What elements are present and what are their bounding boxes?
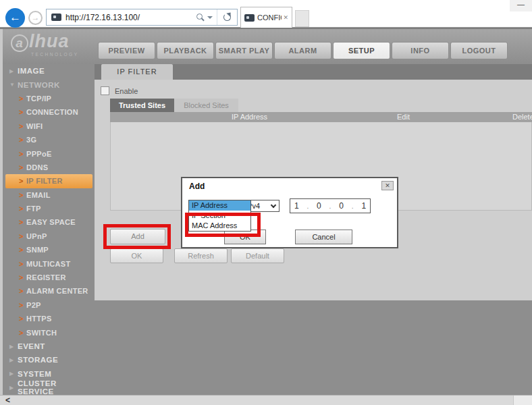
collapsed-triangle-icon: ▶	[9, 357, 18, 363]
nav-tab-logout[interactable]: LOGOUT	[450, 42, 508, 59]
expanded-triangle-icon: ▼	[9, 82, 18, 88]
sidebar-item-cluster-service[interactable]: ▶CLUSTER SERVICE	[0, 381, 95, 394]
ip-octet-4[interactable]: 1	[361, 201, 366, 211]
nav-tab-playback[interactable]: PLAYBACK	[157, 42, 214, 59]
sidebar-item-label: MULTICAST	[26, 260, 70, 268]
sidebar-item-p2p[interactable]: >P2P	[0, 298, 95, 312]
tab-title: CONFIG	[257, 14, 282, 22]
sidebar-item-network[interactable]: ▼NETWORK	[0, 78, 95, 91]
top-nav: PREVIEW PLAYBACK SMART PLAY ALARM SETUP …	[98, 42, 508, 59]
horizontal-scrollbar[interactable]: <	[0, 395, 532, 405]
sidebar-item-label: ALARM CENTER	[26, 287, 88, 295]
sidebar-item-3g[interactable]: >3G	[0, 133, 95, 146]
nav-tab-info[interactable]: INFO	[392, 42, 449, 59]
nav-tab-smart-play[interactable]: SMART PLAY	[215, 42, 273, 59]
dropdown-option-ip-section[interactable]: IP Section	[189, 211, 250, 221]
ip-address-input[interactable]: 1 . 0 . 0 . 1	[290, 198, 371, 213]
sub-arrow-icon: >	[19, 329, 26, 337]
ip-octet-2[interactable]: 0	[317, 201, 321, 211]
sidebar-item-upnp[interactable]: >UPnP	[0, 230, 95, 243]
sidebar-item-pppoe[interactable]: >PPPoE	[0, 146, 95, 160]
sidebar-item-snmp[interactable]: >SNMP	[0, 243, 95, 256]
sidebar-item-alarm-center[interactable]: >ALARM CENTER	[0, 284, 95, 298]
sidebar-item-easy-space[interactable]: >EASY SPACE	[0, 215, 95, 229]
scroll-left-icon[interactable]: <	[5, 396, 10, 405]
sidebar-item-tcpip[interactable]: >TCP/IP	[0, 92, 95, 105]
sidebar-item-label: WIFI	[26, 122, 43, 130]
new-tab-button[interactable]	[295, 10, 309, 27]
enable-checkbox[interactable]	[101, 86, 109, 95]
table-header: IP Address Edit Delete	[110, 112, 532, 122]
sidebar-item-multicast[interactable]: >MULTICAST	[0, 256, 95, 270]
sidebar-item-label: IP FILTER	[26, 177, 63, 185]
logo-ring: a	[11, 34, 28, 52]
page-tab-ip-filter[interactable]: IP FILTER	[101, 64, 173, 80]
sidebar-item-system[interactable]: ▶SYSTEM	[0, 367, 95, 381]
browser-chrome: ← → http://172.16.13.100/ CONFIG ✕ —	[0, 0, 532, 28]
logo-text: lhua	[29, 31, 70, 51]
nav-tab-preview[interactable]: PREVIEW	[98, 42, 155, 59]
sidebar-item-label: 3G	[26, 136, 36, 144]
address-separator	[217, 9, 217, 25]
dropdown-option-ip-address[interactable]: IP Address	[189, 200, 250, 211]
tab-close-icon[interactable]: ✕	[282, 14, 292, 21]
ok-button[interactable]: OK	[110, 248, 163, 263]
sub-arrow-icon: >	[19, 177, 26, 185]
default-button[interactable]: Default	[231, 248, 284, 263]
tab-blocked-sites[interactable]: Blocked Sites	[174, 99, 238, 112]
sidebar-item-storage[interactable]: ▶STORAGE	[0, 353, 95, 367]
sidebar-item-wifi[interactable]: >WIFI	[0, 119, 95, 133]
dialog-close-button[interactable]: ✕	[381, 181, 394, 190]
dialog-ok-button[interactable]: OK	[224, 230, 266, 244]
address-dropdown-icon[interactable]	[207, 16, 213, 19]
sub-arrow-icon: >	[19, 218, 26, 226]
dialog-title: Add	[189, 182, 205, 191]
sidebar-item-image[interactable]: ▶IMAGE	[0, 64, 95, 78]
search-icon[interactable]	[195, 13, 205, 22]
close-icon: ✕	[385, 182, 390, 189]
back-button[interactable]: ←	[5, 8, 25, 28]
tab-trusted-sites[interactable]: Trusted Sites	[110, 99, 174, 112]
sub-arrow-icon: >	[19, 122, 26, 130]
sidebar-item-connection[interactable]: >CONNECTION	[0, 105, 95, 119]
sidebar-item-https[interactable]: >HTTPS	[0, 312, 95, 325]
sidebar-item-ip-filter[interactable]: >IP FILTER	[5, 174, 92, 188]
sidebar-item-event[interactable]: ▶EVENT	[0, 340, 95, 353]
address-bar[interactable]: http://172.16.13.100/	[46, 9, 238, 26]
sidebar-menu: ▶IMAGE ▼NETWORK >TCP/IP >CONNECTION >WIF…	[0, 64, 95, 395]
sidebar-item-label: SWITCH	[26, 329, 57, 337]
ip-octet-3[interactable]: 0	[339, 201, 344, 211]
scrollbar-corner	[513, 396, 532, 405]
sidebar-item-email[interactable]: >EMAIL	[0, 188, 95, 202]
enable-row: Enable	[101, 86, 138, 95]
sub-arrow-icon: >	[19, 273, 26, 281]
minimize-button[interactable]: —	[510, 0, 532, 11]
chevron-down-icon	[271, 202, 276, 207]
sidebar-item-ftp[interactable]: >FTP	[0, 202, 95, 215]
sidebar-item-label: EASY SPACE	[26, 218, 76, 226]
url-text[interactable]: http://172.16.13.100/	[65, 13, 195, 22]
sidebar-item-switch[interactable]: >SWITCH	[0, 325, 95, 339]
sub-arrow-icon: >	[19, 191, 26, 199]
column-delete: Delete	[512, 113, 532, 121]
sub-arrow-icon: >	[19, 260, 26, 268]
dialog-cancel-button[interactable]: Cancel	[295, 230, 352, 244]
forward-button[interactable]: →	[28, 11, 43, 25]
sidebar-item-label: P2P	[26, 301, 41, 309]
sub-arrow-icon: >	[19, 94, 26, 103]
ip-octet-1[interactable]: 1	[294, 201, 299, 211]
sidebar-item-label: NETWORK	[18, 81, 60, 89]
browser-tab[interactable]: CONFIG ✕	[240, 7, 292, 28]
nav-tab-alarm[interactable]: ALARM	[274, 42, 331, 59]
back-arrow-icon: ←	[9, 11, 21, 24]
refresh-button[interactable]: Refresh	[174, 248, 228, 263]
sidebar-item-ddns[interactable]: >DDNS	[0, 161, 95, 174]
sidebar-item-register[interactable]: >REGISTER	[0, 271, 95, 284]
sub-arrow-icon: >	[19, 163, 26, 171]
dropdown-option-mac-address[interactable]: MAC Address	[189, 221, 250, 231]
collapsed-triangle-icon: ▶	[9, 385, 18, 391]
sidebar-item-label: EMAIL	[26, 191, 51, 199]
tab-favicon	[244, 14, 255, 22]
nav-tab-setup[interactable]: SETUP	[333, 42, 390, 59]
refresh-icon[interactable]	[223, 14, 231, 21]
